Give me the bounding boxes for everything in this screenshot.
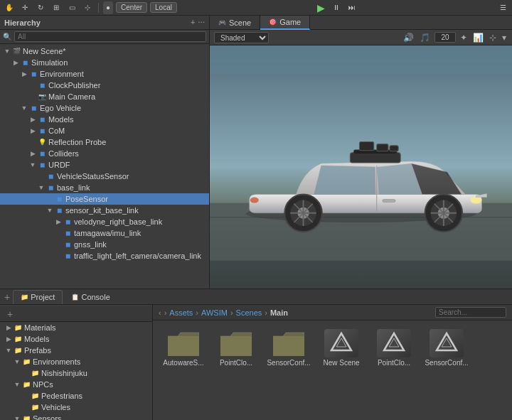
hierarchy-search-input[interactable] xyxy=(14,31,206,42)
tree-arrow-colliders: ▶ xyxy=(28,150,37,157)
tree-item-colliders[interactable]: ▶ ◼ Colliders xyxy=(0,148,209,159)
project-tab-label: Project xyxy=(31,293,55,301)
asset-pointclo1[interactable]: PointClo... xyxy=(211,326,261,370)
tree-item-clockpublisher[interactable]: ◼ ClockPublisher xyxy=(0,80,209,91)
hierarchy-tree: ▼ 🎬 New Scene* ▶ ◼ Simulation ▶ ◼ Enviro… xyxy=(0,44,209,289)
label-pedestrians: Pedestrians xyxy=(41,392,82,400)
dropdown-icon[interactable]: ▾ xyxy=(501,33,508,43)
tab-project[interactable]: 📁 Project xyxy=(13,290,63,304)
tree-icon-urdf: ◼ xyxy=(37,160,47,170)
scene-panel: 🎮 Scene 🎯 Game Shaded Wireframe 🔊 🎵 2 xyxy=(210,16,512,289)
tree-arrow-new-scene: ▼ xyxy=(3,48,11,55)
project-item-nishishinjuku[interactable]: 📁 Nishishinjuku xyxy=(0,367,152,379)
asset-sensorconf2[interactable]: SensorConf... xyxy=(422,326,471,370)
tree-item-pose-sensor[interactable]: ◼ PoseSensor ❯ xyxy=(0,193,209,205)
breadcrumb-nav-back[interactable]: ‹ xyxy=(159,308,161,317)
tree-item-ego-vehicle[interactable]: ▼ ◼ Ego Vehicle xyxy=(0,102,209,114)
tab-console[interactable]: 📋 Console xyxy=(64,290,117,304)
toolbar-hand[interactable]: ✋ xyxy=(3,1,16,14)
audio-icon[interactable]: 🔊 xyxy=(402,33,415,43)
music-icon[interactable]: 🎵 xyxy=(418,33,432,43)
toolbar-play[interactable]: ▶ xyxy=(314,1,327,14)
tree-item-sensor-kit[interactable]: ▼ ◼ sensor_kit_base_link xyxy=(0,205,209,216)
tree-label-gnss: gnss_link xyxy=(74,240,107,249)
tree-item-traffic-light[interactable]: ◼ traffic_light_left_camera/camera_link xyxy=(0,250,209,262)
tree-item-models[interactable]: ▶ ◼ Models xyxy=(0,114,209,125)
breadcrumb-assets[interactable]: Assets xyxy=(169,308,193,317)
tree-item-new-scene[interactable]: ▼ 🎬 New Scene* xyxy=(0,45,209,57)
toolbar-step[interactable]: ⏭ xyxy=(346,1,358,14)
project-item-materials[interactable]: ▶ 📁 Materials xyxy=(0,322,152,333)
tree-icon-com: ◼ xyxy=(37,126,47,136)
arr-sensors: ▼ xyxy=(13,415,21,420)
tab-scene[interactable]: 🎮 Scene xyxy=(210,16,260,30)
shading-select[interactable]: Shaded Wireframe xyxy=(214,32,269,43)
tree-item-gnss[interactable]: ◼ gnss_link xyxy=(0,239,209,250)
tree-label-models: Models xyxy=(48,115,73,124)
svg-rect-11 xyxy=(390,146,398,151)
tree-item-reflection-probe[interactable]: 💡 Reflection Probe xyxy=(0,136,209,148)
toolbar-move[interactable]: ✛ xyxy=(18,1,31,14)
hierarchy-header: Hierarchy + ⋯ xyxy=(0,16,209,30)
toolbar-local[interactable]: Local xyxy=(150,2,177,13)
tree-item-com[interactable]: ▶ ◼ CoM xyxy=(0,125,209,136)
asset-new-scene[interactable]: New Scene xyxy=(316,326,366,370)
toolbar-rotate[interactable]: ↻ xyxy=(34,1,47,14)
bottom-add-button[interactable]: + xyxy=(3,292,11,302)
tree-label-vehicle-status: VehicleStatusSensor xyxy=(57,172,129,181)
fx-icon[interactable]: ✦ xyxy=(459,33,469,43)
icon-vehicles-npcs: 📁 xyxy=(30,402,40,412)
fov-value[interactable]: 20 xyxy=(434,32,456,43)
tree-item-environment[interactable]: ▶ ◼ Environment xyxy=(0,68,209,80)
toolbar-center[interactable]: Center xyxy=(116,2,147,13)
project-item-models[interactable]: ▶ 📁 Models xyxy=(0,333,152,345)
tree-item-tamagawa[interactable]: ◼ tamagawa/imu_link xyxy=(0,227,209,239)
asset-label-sensorconf1: SensorConf... xyxy=(267,359,310,367)
asset-search-input[interactable] xyxy=(435,307,506,318)
tree-item-main-camera[interactable]: 📷 Main Camera xyxy=(0,91,209,102)
arr-materials: ▶ xyxy=(4,324,13,331)
project-item-pedestrians[interactable]: 📁 Pedestrians xyxy=(0,390,152,402)
tree-item-urdf[interactable]: ▼ ◼ URDF xyxy=(0,159,209,171)
tree-item-velodyne-right[interactable]: ▶ ◼ velodyne_right_base_link xyxy=(0,216,209,227)
tree-icon-clockpublisher: ◼ xyxy=(37,80,47,90)
unity-icon-new-scene xyxy=(324,329,358,357)
toolbar-transform[interactable]: ⊹ xyxy=(81,1,94,14)
project-add-btn[interactable]: + xyxy=(6,309,14,319)
stats-icon[interactable]: 📊 xyxy=(471,33,485,43)
asset-sensorconf1[interactable]: SensorConf... xyxy=(264,326,314,370)
project-item-environments[interactable]: ▼ 📁 Environments xyxy=(0,356,152,367)
svg-rect-9 xyxy=(359,142,373,151)
asset-pointclo2[interactable]: PointClo... xyxy=(369,326,419,370)
toolbar-menu[interactable]: ☰ xyxy=(496,1,509,14)
tree-item-base-link[interactable]: ▼ ◼ base_link xyxy=(0,182,209,193)
toolbar-pivot[interactable]: ● xyxy=(103,1,113,14)
arr-npcs: ▼ xyxy=(13,381,21,388)
svg-rect-28 xyxy=(220,336,252,356)
toolbar-pause[interactable]: ⏸ xyxy=(330,1,343,14)
toolbar-rect[interactable]: ▭ xyxy=(65,1,78,14)
tree-icon-models: ◼ xyxy=(37,114,47,124)
tab-game[interactable]: 🎯 Game xyxy=(260,16,310,30)
project-item-vehicles-npcs[interactable]: 📁 Vehicles xyxy=(0,402,152,413)
tree-item-vehicle-status[interactable]: ◼ VehicleStatusSensor xyxy=(0,171,209,182)
gizmos-icon[interactable]: ⊹ xyxy=(488,33,498,43)
hierarchy-dots-icon[interactable]: ⋯ xyxy=(198,18,205,26)
project-item-prefabs[interactable]: ▼ 📁 Prefabs xyxy=(0,345,152,356)
hierarchy-add-icon[interactable]: + xyxy=(191,18,195,26)
game-tab-label: Game xyxy=(279,18,301,26)
tree-item-simulation[interactable]: ▶ ◼ Simulation xyxy=(0,57,209,68)
breadcrumb-nav-fwd[interactable]: › xyxy=(164,308,167,317)
project-item-sensors[interactable]: ▼ 📁 Sensors xyxy=(0,413,152,420)
bc-sep1: › xyxy=(196,308,198,317)
breadcrumb-scenes[interactable]: Scenes xyxy=(236,308,262,317)
asset-autoware-s[interactable]: AutowareS... xyxy=(159,326,208,370)
project-item-npcs[interactable]: ▼ 📁 NPCs xyxy=(0,379,152,390)
asset-label-autoware-s: AutowareS... xyxy=(163,359,203,367)
svg-rect-26 xyxy=(383,200,395,203)
svg-marker-32 xyxy=(384,333,404,350)
breadcrumb-awsim[interactable]: AWSIM xyxy=(201,308,228,317)
tree-icon-ego-vehicle: ◼ xyxy=(28,103,38,113)
tree-icon-traffic-light: ◼ xyxy=(63,251,73,261)
toolbar-scale[interactable]: ⊞ xyxy=(50,1,63,14)
